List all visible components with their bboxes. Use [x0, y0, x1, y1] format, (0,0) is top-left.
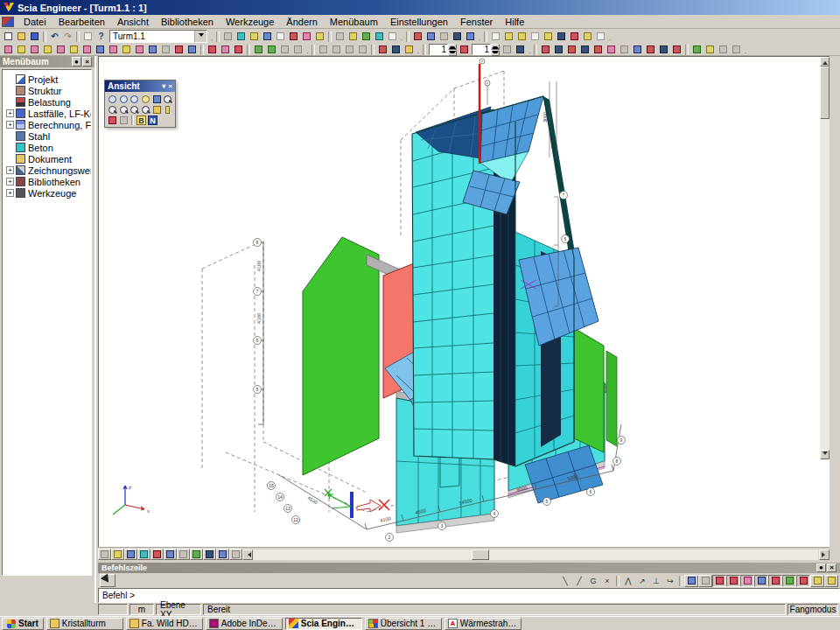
snap-endpoint-icon[interactable]: ╱ [572, 575, 586, 587]
menu-menuebaum[interactable]: Menübaum [324, 16, 384, 28]
menu-hilfe[interactable]: Hilfe [499, 16, 530, 28]
snap-mode-6-icon[interactable] [782, 575, 796, 587]
scroll-right-icon[interactable] [819, 550, 830, 560]
toolbar-icon[interactable] [252, 44, 265, 55]
toolbar-icon[interactable] [107, 44, 120, 55]
toolbar-icon[interactable] [373, 31, 386, 42]
toolbar-icon[interactable] [300, 31, 313, 42]
redo-button[interactable]: ↷ [61, 31, 74, 42]
status-plane[interactable]: Ebene XY [156, 604, 201, 615]
toolbar-icon[interactable] [133, 44, 146, 55]
toolbar-icon[interactable] [464, 31, 477, 42]
menu-fenster[interactable]: Fenster [454, 16, 499, 28]
palette-dropdown-icon[interactable]: ▾ [162, 82, 165, 90]
camera-icon-2[interactable] [118, 115, 130, 125]
menu-bibliotheken[interactable]: Bibliotheken [155, 16, 220, 28]
zoom-window-icon[interactable] [118, 104, 130, 115]
toolbar-overflow-icon[interactable]: . [399, 31, 404, 42]
snap-mode-7-icon[interactable] [796, 575, 810, 587]
toolbar-icon[interactable] [542, 31, 555, 42]
combobox-dropdown-icon[interactable] [194, 31, 206, 42]
view-n-icon[interactable]: N [147, 115, 158, 125]
toolbar-icon[interactable] [2, 44, 15, 55]
toolbar-icon[interactable] [592, 44, 605, 55]
snap-mode-2-icon[interactable] [726, 575, 740, 587]
menu-datei[interactable]: Datei [18, 16, 52, 28]
toolbar-icon[interactable] [458, 44, 471, 55]
close-icon[interactable]: × [827, 564, 836, 572]
monitor-icon[interactable] [203, 549, 216, 560]
toolbar-icon[interactable] [278, 44, 291, 55]
toolbar-icon[interactable] [402, 44, 416, 55]
camera-icon[interactable] [107, 115, 118, 125]
close-icon[interactable]: × [82, 57, 92, 66]
sidebar-item-berechnung[interactable]: +Berechnung, FE-Netz [4, 119, 91, 130]
toolbar-icon[interactable] [248, 31, 261, 42]
toolbar-icon[interactable] [15, 44, 28, 55]
toolbar-icon[interactable] [565, 44, 578, 55]
toolbar-icon[interactable] [221, 31, 234, 42]
toolbar-icon[interactable] [41, 44, 54, 55]
expand-icon[interactable]: + [6, 121, 14, 129]
mountains-icon[interactable] [190, 549, 203, 560]
toolbar-icon[interactable] [581, 31, 594, 42]
sidebar-item-lastfaelle[interactable]: +Lastfälle, LF-Kombination [4, 108, 91, 119]
toolbar-icon[interactable] [568, 31, 581, 42]
toolbar-icon[interactable] [730, 44, 743, 55]
toolbar-icon[interactable] [386, 31, 399, 42]
tower[interactable] [412, 96, 598, 466]
toolbar-icon[interactable] [94, 44, 107, 55]
snap-mode-4-icon[interactable] [754, 575, 768, 587]
model-3d-view[interactable]: 4100 4500 14500 9000 5000 4100 3000 3000… [99, 57, 822, 548]
new-file-button[interactable] [2, 31, 15, 42]
snap-grid-icon[interactable] [698, 575, 712, 587]
sidebar-item-bibliotheken[interactable]: +Bibliotheken [4, 176, 91, 187]
pin-icon[interactable]: ● [72, 57, 81, 66]
toolbar-icon[interactable] [159, 44, 172, 55]
scroll-down-icon[interactable] [820, 450, 830, 459]
snap-line-icon[interactable]: ╲ [558, 575, 572, 587]
toolbar-icon[interactable] [552, 44, 565, 55]
snap-node-icon[interactable]: ⋀ [621, 575, 635, 587]
sidebar-item-dokument[interactable]: Dokument [4, 153, 91, 164]
toolbar-icon[interactable] [146, 44, 159, 55]
toolbar-icon[interactable] [389, 44, 402, 55]
snap-mode-3-icon[interactable] [740, 575, 754, 587]
snap-arc-icon[interactable]: G [586, 575, 600, 587]
grid-window-icon[interactable] [216, 549, 229, 560]
menu-aendern[interactable]: Ändern [280, 16, 323, 28]
menu-einstellungen[interactable]: Einstellungen [384, 16, 454, 28]
toolbar-icon[interactable] [657, 44, 670, 55]
sidebar-item-projekt[interactable]: Projekt [4, 74, 91, 85]
toolbar-icon[interactable] [172, 44, 186, 55]
taskbar-item-waermestrahler[interactable]: A Wärmestrahler 3D... [444, 618, 522, 630]
scale-input-1[interactable] [429, 44, 448, 55]
snap-mode-1-icon[interactable] [712, 575, 726, 587]
toolbar-icon[interactable] [265, 44, 278, 55]
expand-icon[interactable]: + [6, 109, 14, 117]
taskbar-item-indesign[interactable]: Id Adobe InDesign C... [206, 618, 283, 630]
link-active-icon[interactable] [111, 549, 124, 560]
toolbar-icon[interactable] [291, 44, 304, 55]
arrows-icon[interactable] [164, 549, 177, 560]
start-button[interactable]: Start [2, 618, 44, 630]
toolbar-icon[interactable] [578, 44, 592, 55]
toolbar-icon[interactable] [618, 44, 631, 55]
viewport-horizontal-scrollbar[interactable] [253, 550, 818, 560]
taskbar-item-scia-active[interactable]: Scia Engineer - [... [285, 618, 362, 630]
scroll-up-icon[interactable] [820, 57, 830, 66]
save-button[interactable] [28, 31, 41, 42]
toolbar-overflow-icon[interactable]: . [477, 31, 482, 42]
toolbar-icon[interactable] [186, 44, 199, 55]
light-icon[interactable] [162, 104, 173, 115]
toolbar-overflow-icon[interactable]: . [209, 31, 214, 42]
toolbar-icon[interactable] [234, 31, 248, 42]
green-wall-right[interactable] [574, 328, 604, 452]
rotate-view-icon[interactable] [129, 94, 140, 104]
render-icon[interactable] [177, 549, 190, 560]
toolbar-overflow-icon[interactable]: . [416, 44, 421, 55]
expand-icon[interactable]: + [6, 189, 14, 197]
vertical-scroll-thumb[interactable] [820, 66, 830, 119]
toolbar-icon[interactable] [232, 44, 245, 55]
toolbar-icon[interactable] [411, 31, 424, 42]
